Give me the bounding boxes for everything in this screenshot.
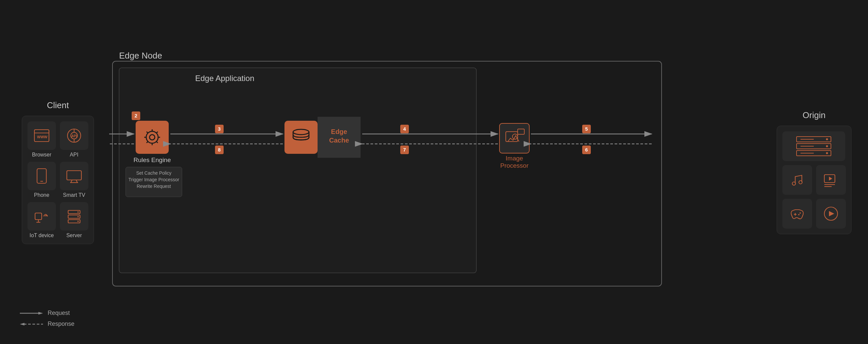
svg-text:2: 2 [135, 113, 137, 118]
sublabel-2: Trigger Image Processor [128, 177, 179, 182]
music-icon [788, 171, 806, 189]
image-processor-label-2: Processor [500, 162, 529, 169]
origin-music [782, 165, 812, 195]
browser-label: Browser [32, 152, 52, 158]
request-arrow-icon [20, 311, 43, 316]
api-label: API [70, 152, 79, 158]
origin-play [816, 199, 846, 228]
api-icon: API [65, 127, 83, 144]
phone-icon-box [27, 162, 56, 190]
svg-rect-25 [135, 121, 169, 154]
svg-point-81 [792, 182, 796, 185]
legend-response: Response [20, 320, 74, 327]
smarttv-label: Smart TV [63, 192, 85, 198]
svg-marker-92 [829, 211, 834, 216]
response-arrow-icon [20, 321, 43, 327]
svg-point-89 [800, 212, 801, 214]
client-title: Client [47, 100, 69, 111]
playlist-icon-box [816, 165, 846, 195]
server-rack-icon-box [782, 131, 845, 161]
phone-label: Phone [34, 192, 49, 198]
rules-engine-label: Rules Engine [133, 156, 171, 163]
svg-text:4: 4 [403, 126, 406, 132]
origin-server-rack [782, 131, 846, 161]
svg-point-76 [826, 145, 828, 147]
origin-gamepad [782, 199, 812, 228]
svg-text:6: 6 [585, 147, 588, 153]
legend-request-label: Request [48, 310, 70, 317]
music-icon-box [782, 165, 812, 195]
diagram-center: Edge Node Edge Application Rules [109, 48, 767, 296]
svg-text:5: 5 [585, 126, 588, 132]
play-icon-box [816, 199, 846, 228]
device-browser: WWW Browser [27, 121, 56, 158]
device-phone: Phone [27, 162, 56, 198]
play-icon [823, 205, 840, 222]
sublabel-1: Set Cache Policy [136, 170, 172, 176]
svg-marker-95 [20, 323, 25, 325]
origin-box [777, 126, 851, 234]
image-processor-label-1: Image [506, 155, 523, 162]
device-smarttv: Smart TV [60, 162, 88, 198]
legend: Request Response [20, 310, 74, 327]
api-icon-box: API [60, 121, 88, 150]
svg-text:API: API [71, 134, 77, 138]
svg-point-22 [78, 221, 79, 222]
legend-request: Request [20, 310, 74, 317]
svg-text:3: 3 [218, 126, 221, 132]
svg-rect-10 [67, 171, 82, 180]
svg-line-12 [76, 180, 78, 183]
svg-point-90 [798, 214, 800, 215]
svg-point-77 [826, 152, 828, 154]
smarttv-icon-box [60, 162, 88, 190]
phone-icon [35, 167, 48, 185]
device-iot: IoT device [27, 202, 56, 239]
gamepad-icon [788, 205, 806, 222]
svg-marker-84 [829, 177, 832, 181]
edge-node-title: Edge Node [119, 51, 162, 61]
smarttv-icon [65, 167, 83, 185]
svg-line-11 [71, 180, 72, 183]
client-section: Client WWW Browser [17, 100, 99, 244]
origin-playlist [816, 165, 846, 195]
server-client-icon-box [60, 202, 88, 230]
origin-section: Origin [777, 110, 851, 234]
iot-icon-box [27, 202, 56, 230]
svg-point-75 [826, 138, 828, 140]
iot-icon [33, 208, 50, 225]
server-rack-icon [794, 135, 834, 158]
browser-icon-box: WWW [27, 121, 56, 150]
diagram-svg: Edge Node Edge Application Rules [109, 48, 672, 296]
client-box: WWW Browser API API [22, 116, 94, 244]
svg-point-20 [78, 211, 79, 213]
svg-marker-94 [38, 312, 43, 315]
device-api: API API [60, 121, 88, 158]
origin-title: Origin [803, 110, 825, 120]
playlist-icon [823, 171, 840, 189]
sublabel-3: Rewrite Request [136, 184, 171, 189]
svg-point-82 [799, 181, 802, 184]
server-client-label: Server [66, 232, 82, 239]
svg-rect-14 [35, 213, 42, 220]
svg-text:8: 8 [218, 147, 221, 153]
iot-label: IoT device [29, 232, 54, 239]
device-server-client: Server [60, 202, 88, 239]
server-client-icon [65, 208, 83, 225]
svg-point-21 [78, 216, 79, 217]
edge-app-title: Edge Application [195, 74, 254, 83]
edge-cache-label-2: Cache [329, 136, 349, 144]
browser-icon: WWW [33, 127, 50, 144]
svg-text:WWW: WWW [37, 135, 48, 139]
legend-response-label: Response [48, 320, 74, 327]
gamepad-icon-box [782, 199, 812, 228]
edge-cache-label-1: Edge [331, 128, 347, 135]
svg-text:7: 7 [403, 147, 406, 153]
